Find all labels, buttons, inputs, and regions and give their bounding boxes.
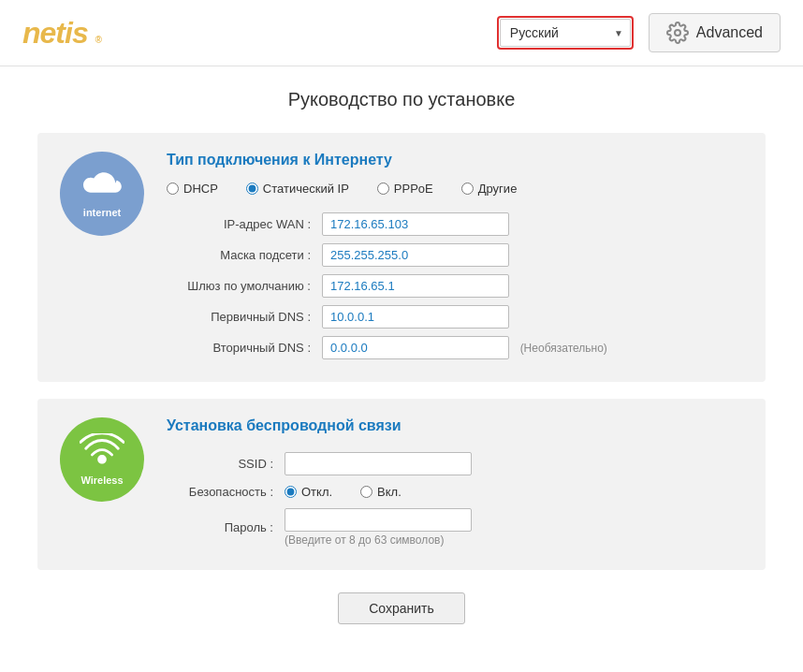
wan-ip-label: IP-адрес WAN : — [167, 209, 316, 240]
wifi-icon — [80, 433, 124, 471]
gateway-input[interactable] — [322, 274, 509, 298]
save-area: Сохранить — [37, 592, 766, 624]
subnet-mask-label: Маска подсети : — [167, 240, 316, 270]
security-row: Безопасность : Откл. Вкл. — [167, 480, 743, 504]
subnet-mask-row: Маска подсети : — [167, 240, 743, 270]
language-select-container: Русский English 中文 ▼ — [500, 19, 631, 47]
ssid-input[interactable] — [285, 452, 472, 475]
primary-dns-input[interactable] — [322, 305, 509, 329]
password-row: Пароль : (Введите от 8 до 63 символов) — [167, 504, 743, 551]
wireless-section-content: Установка беспроводной связи SSID : Безо… — [167, 417, 743, 551]
secondary-dns-label: Вторичный DNS : — [167, 332, 316, 363]
page-title: Руководство по установке — [37, 89, 766, 110]
wireless-form-table: SSID : Безопасность : Откл. Вкл. — [167, 447, 743, 551]
internet-form-table: IP-адрес WAN : Маска подсети : Шлюз по у… — [167, 209, 743, 363]
internet-icon-circle: internet — [60, 152, 144, 236]
radio-pppoe[interactable]: PPPoE — [377, 182, 433, 196]
password-label: Пароль : — [167, 504, 279, 551]
cloud-icon — [80, 169, 124, 203]
logo: netis ® — [22, 16, 101, 51]
gateway-row: Шлюз по умолчанию : — [167, 270, 743, 301]
radio-other[interactable]: Другие — [461, 182, 518, 196]
internet-section: internet Тип подключения к Интернету DHC… — [37, 133, 766, 382]
security-on[interactable]: Вкл. — [360, 485, 402, 499]
password-input[interactable] — [285, 508, 472, 532]
save-button[interactable]: Сохранить — [338, 592, 465, 624]
password-hint: (Введите от 8 до 63 символов) — [285, 533, 737, 547]
gateway-label: Шлюз по умолчанию : — [167, 270, 316, 301]
advanced-button[interactable]: Advanced — [649, 13, 781, 52]
radio-dhcp[interactable]: DHCP — [167, 182, 218, 196]
wan-ip-input[interactable] — [322, 212, 509, 236]
wireless-label: Wireless — [80, 475, 123, 486]
gear-icon — [666, 22, 689, 44]
wireless-section: Wireless Установка беспроводной связи SS… — [37, 399, 766, 570]
internet-section-content: Тип подключения к Интернету DHCP Статиче… — [167, 152, 743, 363]
internet-section-title: Тип подключения к Интернету — [167, 152, 743, 168]
primary-dns-label: Первичный DNS : — [167, 301, 316, 332]
security-off[interactable]: Откл. — [285, 485, 332, 499]
connection-type-group: DHCP Статический IP PPPoE Другие — [167, 182, 743, 196]
wireless-icon-circle: Wireless — [60, 417, 144, 502]
security-label: Безопасность : — [167, 480, 279, 504]
ssid-row: SSID : — [167, 447, 743, 480]
subnet-mask-input[interactable] — [322, 243, 509, 267]
radio-static-ip[interactable]: Статический IP — [246, 182, 349, 196]
header: netis ® Русский English 中文 ▼ Advanced — [0, 0, 803, 66]
language-select-wrapper: Русский English 中文 ▼ — [497, 16, 634, 50]
svg-point-0 — [675, 30, 680, 36]
secondary-dns-input[interactable] — [322, 336, 509, 359]
header-right: Русский English 中文 ▼ Advanced — [497, 13, 781, 52]
wireless-section-title: Установка беспроводной связи — [167, 417, 743, 434]
main-content: Руководство по установке internet Тип по… — [0, 66, 803, 647]
logo-text: netis — [22, 16, 88, 50]
internet-label: internet — [83, 207, 121, 218]
wan-ip-row: IP-адрес WAN : — [167, 209, 743, 240]
security-group: Откл. Вкл. — [285, 485, 737, 499]
language-select[interactable]: Русский English 中文 — [500, 19, 631, 47]
optional-label: (Необязательно) — [520, 342, 607, 355]
ssid-label: SSID : — [167, 447, 279, 480]
secondary-dns-row: Вторичный DNS : (Необязательно) — [167, 332, 743, 363]
primary-dns-row: Первичный DNS : — [167, 301, 743, 332]
advanced-label: Advanced — [696, 24, 763, 41]
